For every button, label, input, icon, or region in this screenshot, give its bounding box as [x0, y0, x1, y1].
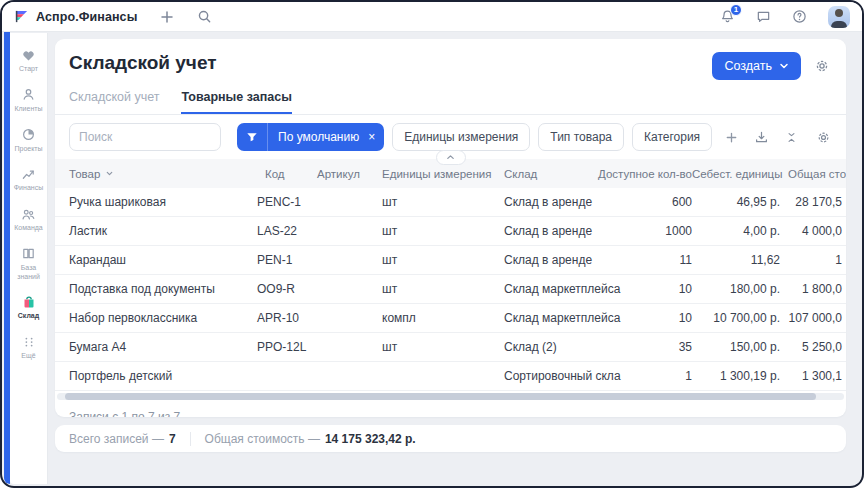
sidebar-item-projects[interactable]: Проекты — [10, 127, 48, 154]
projects-icon — [21, 127, 37, 143]
column-header[interactable]: Общая стоимо — [780, 168, 842, 180]
app-window: Аспро.Финансы 1 Старт — [0, 0, 864, 488]
create-button[interactable]: Создать — [712, 52, 801, 80]
sidebar-item-team[interactable]: Команда — [10, 206, 48, 233]
export-download-icon[interactable] — [754, 129, 770, 145]
tab[interactable]: Складской учет — [69, 90, 159, 114]
chevron-down-icon — [779, 61, 789, 71]
table-row[interactable]: Набор первоклассника APR-10 компл Склад … — [55, 304, 846, 333]
search-icon[interactable] — [197, 9, 213, 25]
sidebar-item-clients[interactable]: Клиенты — [10, 87, 48, 114]
funnel-icon — [237, 123, 268, 151]
table-row[interactable]: Бумага А4 PPO-12L шт Склад (2) 35 150,00… — [55, 333, 846, 362]
column-header-sort[interactable]: Товар — [69, 168, 257, 180]
more-icon — [21, 334, 37, 350]
warehouse-card: Складской учет Создать Складской учетТов… — [55, 39, 846, 417]
table-row[interactable]: Портфель детский Сортировочный скла 1 1 … — [55, 362, 846, 391]
app-name: Аспро.Финансы — [36, 10, 137, 24]
table-row[interactable]: Подставка под документы OO9-R шт Склад м… — [55, 275, 846, 304]
table-row[interactable]: Карандаш PEN-1 шт Склад в аренде 11 11,6… — [55, 246, 846, 275]
page-settings-icon[interactable] — [814, 58, 830, 74]
sidebar-item-finance[interactable]: Финансы — [10, 166, 48, 193]
active-filter-chip[interactable]: По умолчанию × — [237, 123, 384, 151]
filter-chip[interactable]: Тип товара — [538, 123, 624, 151]
inventory-table: Товар Код Артикул Единицы измерения Скла… — [55, 159, 846, 391]
filter-chip[interactable]: Единицы измерения — [392, 123, 530, 151]
add-filter-icon[interactable] — [724, 129, 740, 145]
summary-bar: Всего записей — 7 Общая стоимость — 14 1… — [55, 425, 846, 452]
help-icon[interactable] — [792, 9, 808, 25]
column-header[interactable]: Артикул — [312, 168, 377, 180]
notifications-button[interactable]: 1 — [720, 9, 736, 25]
column-header[interactable]: Склад — [504, 168, 590, 180]
total-cost: Общая стоимость — 14 175 323,42 р. — [205, 432, 416, 446]
collapse-rows-icon[interactable] — [785, 129, 801, 145]
column-header[interactable]: Единицы измерения — [377, 168, 504, 180]
scrollbar-thumb[interactable] — [65, 393, 816, 400]
table-row[interactable]: Ручка шариковая PENC-1 шт Склад в аренде… — [55, 188, 846, 217]
remove-filter-icon[interactable]: × — [366, 130, 384, 144]
sidebar-item-start[interactable]: Старт — [10, 47, 48, 74]
knowledge-base-icon — [21, 246, 37, 262]
content-area: Складской учет Создать Складской учетТов… — [48, 33, 860, 484]
table-row[interactable]: Ластик LAS-22 шт Склад в аренде 1000 4,0… — [55, 217, 846, 246]
team-icon — [21, 206, 37, 222]
filter-chip[interactable]: Категория — [632, 123, 712, 151]
avatar[interactable] — [828, 6, 850, 28]
topbar: Аспро.Финансы 1 — [2, 2, 862, 32]
messages-icon[interactable] — [756, 9, 772, 25]
finance-icon — [21, 166, 37, 182]
page-title: Складской учет — [69, 52, 217, 74]
clients-icon — [21, 87, 37, 103]
sidebar-item-more[interactable]: Ещё — [10, 334, 48, 361]
column-header[interactable]: Код — [257, 168, 312, 180]
total-records: Всего записей — 7 — [69, 432, 176, 446]
add-tab-icon[interactable] — [159, 9, 175, 25]
sort-chevron-icon — [105, 169, 114, 178]
search-input[interactable] — [69, 123, 221, 151]
tabs: Складской учетТоварные запасы — [55, 80, 846, 114]
notification-badge: 1 — [730, 4, 742, 16]
table-settings-icon[interactable] — [816, 129, 832, 145]
sidebar: Старт Клиенты Проекты Финансы Команда Ба… — [10, 33, 48, 484]
column-header[interactable]: Себест. единицы — [692, 168, 780, 180]
sidebar-item-knowledge-base[interactable]: База знаний — [10, 246, 48, 282]
warehouse-icon — [21, 294, 37, 310]
records-count: Записи с 1 по 7 из 7 — [55, 400, 846, 417]
start-icon — [21, 47, 37, 63]
horizontal-scrollbar[interactable] — [57, 393, 844, 400]
collapse-table-button[interactable] — [436, 150, 466, 165]
column-header[interactable]: Доступное кол-во — [590, 168, 692, 180]
app-logo-icon — [14, 9, 29, 24]
tab[interactable]: Товарные запасы — [181, 90, 291, 114]
chevron-up-icon — [446, 153, 455, 162]
sidebar-item-warehouse[interactable]: Склад — [10, 294, 48, 321]
